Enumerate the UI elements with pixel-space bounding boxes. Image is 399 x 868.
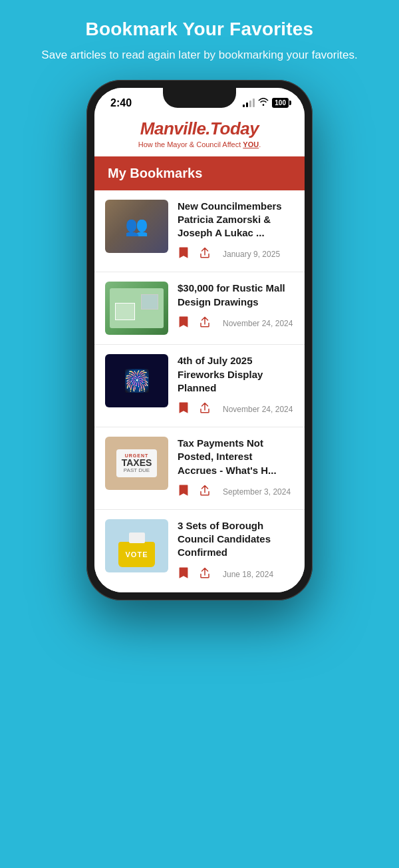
status-bar: 2:40 100 <box>94 88 305 113</box>
phone-mockup: 2:40 100 <box>86 80 313 600</box>
article-date: November 24, 2024 <box>223 319 293 328</box>
article-content: 4th of July 2025 Fireworks Display Plann… <box>178 354 294 417</box>
article-title: Tax Payments Not Posted, Interest Accrue… <box>178 437 294 477</box>
article-title: 4th of July 2025 Fireworks Display Plann… <box>178 354 294 395</box>
battery-icon: 100 <box>272 98 289 108</box>
article-date: June 18, 2024 <box>223 570 273 579</box>
list-item[interactable]: New Councilmembers Patricia Zamorski & J… <box>94 190 305 273</box>
share-icon[interactable] <box>199 484 211 500</box>
bookmark-icon[interactable] <box>178 246 190 262</box>
app-logo: Manville.Today <box>108 118 291 139</box>
bookmark-icon[interactable] <box>178 316 190 331</box>
list-item[interactable]: URGENT TAXES PAST DUE Tax Payments Not P… <box>94 427 305 510</box>
share-icon[interactable] <box>199 246 211 262</box>
wifi-icon <box>258 98 269 108</box>
promo-description: Save articles to read again later by boo… <box>41 47 357 64</box>
article-date: January 9, 2025 <box>223 250 280 259</box>
article-actions: September 3, 2024 <box>178 484 294 500</box>
article-actions: November 24, 2024 <box>178 316 294 331</box>
list-item[interactable]: $30,000 for Rustic Mall Design Drawings … <box>94 272 305 345</box>
promo-section: Bookmark Your Favorites Save articles to… <box>15 0 384 80</box>
article-content: 3 Sets of Borough Council Candidates Con… <box>178 519 294 582</box>
signal-icon <box>243 99 255 107</box>
article-thumbnail <box>105 354 168 407</box>
article-date: November 24, 2024 <box>223 405 293 414</box>
article-thumbnail: VOTE <box>105 519 168 572</box>
article-actions: January 9, 2025 <box>178 246 294 262</box>
article-thumbnail <box>105 282 168 335</box>
phone-inner: 2:40 100 <box>94 88 305 592</box>
bookmarks-header: My Bookmarks <box>94 156 305 190</box>
article-list: New Councilmembers Patricia Zamorski & J… <box>94 190 305 592</box>
article-content: Tax Payments Not Posted, Interest Accrue… <box>178 437 294 500</box>
bookmark-icon[interactable] <box>178 401 190 417</box>
list-item[interactable]: 4th of July 2025 Fireworks Display Plann… <box>94 345 305 427</box>
status-time: 2:40 <box>110 97 132 109</box>
list-item[interactable]: VOTE 3 Sets of Borough Council Candidate… <box>94 510 305 592</box>
article-content: $30,000 for Rustic Mall Design Drawings … <box>178 282 294 331</box>
article-thumbnail <box>105 200 168 253</box>
article-title: New Councilmembers Patricia Zamorski & J… <box>178 200 294 240</box>
promo-title: Bookmark Your Favorites <box>41 19 357 40</box>
status-icons: 100 <box>243 98 289 108</box>
bookmark-icon[interactable] <box>178 566 190 582</box>
notch <box>163 88 236 108</box>
share-icon[interactable] <box>199 566 211 582</box>
article-title: 3 Sets of Borough Council Candidates Con… <box>178 519 294 560</box>
phone-outer: 2:40 100 <box>86 80 313 600</box>
share-icon[interactable] <box>199 316 211 331</box>
vote-box: VOTE <box>118 542 155 567</box>
app-tagline: How the Mayor & Council Affect YOU. <box>108 140 291 148</box>
bookmark-icon[interactable] <box>178 484 190 500</box>
article-thumbnail: URGENT TAXES PAST DUE <box>105 437 168 490</box>
article-content: New Councilmembers Patricia Zamorski & J… <box>178 200 294 263</box>
article-title: $30,000 for Rustic Mall Design Drawings <box>178 282 294 309</box>
article-actions: November 24, 2024 <box>178 401 294 417</box>
article-actions: June 18, 2024 <box>178 566 294 582</box>
app-header: Manville.Today How the Mayor & Council A… <box>94 113 305 156</box>
share-icon[interactable] <box>199 401 211 417</box>
article-date: September 3, 2024 <box>223 487 291 497</box>
